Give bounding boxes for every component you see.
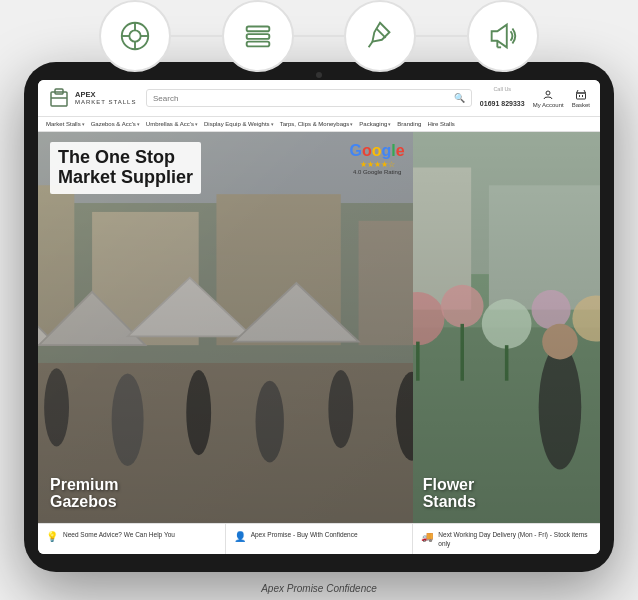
support-icon-circle	[99, 0, 171, 72]
hero-promo-left: Premium Gazebos	[50, 476, 118, 511]
header-right: Call Us 01691 829333 My Account	[480, 86, 590, 110]
search-input[interactable]	[153, 94, 450, 103]
basket-button[interactable]: Basket	[572, 89, 590, 108]
hero-right-image	[413, 132, 600, 523]
svg-point-1	[129, 30, 140, 41]
tablet-device: APEX MARKET STALLS 🔍 Call Us 01691 82933…	[24, 62, 614, 572]
nav-gazebos[interactable]: Gazebos & Acc's ▾	[91, 121, 140, 127]
hero-left: The One Stop Market Supplier Google ★★★★…	[38, 132, 413, 523]
promise-icon: 👤	[234, 531, 246, 542]
chevron-down-icon: ▾	[388, 121, 391, 127]
nav-packaging[interactable]: Packaging ▾	[359, 121, 391, 127]
bottom-label: Apex Promise Confidence	[261, 582, 377, 596]
chevron-down-icon: ▾	[82, 121, 85, 127]
site-header: APEX MARKET STALLS 🔍 Call Us 01691 82933…	[38, 80, 600, 117]
svg-rect-8	[246, 42, 269, 47]
advice-icon: 💡	[46, 531, 58, 542]
rating-text: 4.0 Google Rating	[350, 169, 405, 175]
search-icon: 🔍	[454, 93, 465, 103]
basket-icon	[575, 89, 587, 101]
page-wrapper: APEX MARKET STALLS 🔍 Call Us 01691 82933…	[0, 0, 638, 600]
logo-area: APEX MARKET STALLS	[48, 87, 138, 109]
info-bar: 💡 Need Some Advice? We Can Help You 👤 Ap…	[38, 523, 600, 554]
svg-rect-7	[246, 34, 269, 39]
features-icons-row	[99, 0, 539, 72]
catalog-icon-circle	[222, 0, 294, 72]
account-icon	[542, 89, 554, 101]
star-rating: ★★★★☆	[350, 160, 405, 169]
connector-line-3	[416, 35, 467, 37]
chevron-down-icon: ▾	[271, 121, 274, 127]
chevron-down-icon: ▾	[137, 121, 140, 127]
delivery-icon: 🚚	[421, 531, 433, 542]
account-button[interactable]: My Account	[533, 89, 564, 108]
site-nav: Market Stalls ▾ Gazebos & Acc's ▾ Umbrel…	[38, 117, 600, 132]
hero-left-promo: Premium Gazebos	[50, 476, 118, 511]
connector-line-1	[171, 35, 222, 37]
svg-line-10	[377, 28, 386, 37]
hero-heading-area: The One Stop Market Supplier	[50, 142, 201, 194]
svg-line-9	[369, 42, 373, 48]
google-logo: Google	[350, 142, 405, 160]
hero-heading: The One Stop Market Supplier	[58, 148, 193, 188]
nav-tarps[interactable]: Tarps, Clips & Moneybags ▾	[280, 121, 354, 127]
connector-line-2	[294, 35, 345, 37]
search-bar[interactable]: 🔍	[146, 89, 472, 107]
nav-display-equip[interactable]: Display Equip & Weights ▾	[204, 121, 274, 127]
nav-market-stalls[interactable]: Market Stalls ▾	[46, 121, 85, 127]
megaphone-icon-circle	[467, 0, 539, 72]
svg-rect-6	[246, 27, 269, 32]
hero-section: The One Stop Market Supplier Google ★★★★…	[38, 132, 600, 523]
logo-icon	[48, 87, 70, 109]
info-item-promise: 👤 Apex Promise - Buy With Confidence	[226, 524, 414, 554]
google-rating: Google ★★★★☆ 4.0 Google Rating	[350, 142, 405, 175]
chevron-down-icon: ▾	[195, 121, 198, 127]
logo-text: APEX MARKET STALLS	[75, 90, 136, 106]
nav-umbrellas[interactable]: Umbrellas & Acc's ▾	[146, 121, 198, 127]
info-item-advice: 💡 Need Some Advice? We Can Help You	[38, 524, 226, 554]
hero-right-promo-area: Flower Stands	[423, 476, 476, 511]
tablet-screen: APEX MARKET STALLS 🔍 Call Us 01691 82933…	[38, 80, 600, 554]
chevron-down-icon: ▾	[350, 121, 353, 127]
hero-right-overlay	[413, 132, 600, 523]
svg-point-16	[546, 91, 550, 95]
nav-branding[interactable]: Branding	[397, 121, 421, 127]
pen-tool-icon-circle	[344, 0, 416, 72]
svg-rect-17	[576, 93, 585, 99]
call-us: Call Us 01691 829333	[480, 86, 525, 110]
hero-right: Flower Stands	[413, 132, 600, 523]
hero-promo-right: Flower Stands	[423, 476, 476, 511]
info-item-delivery: 🚚 Next Working Day Delivery (Mon - Fri) …	[413, 524, 600, 554]
nav-hire-stalls[interactable]: Hire Stalls	[427, 121, 454, 127]
